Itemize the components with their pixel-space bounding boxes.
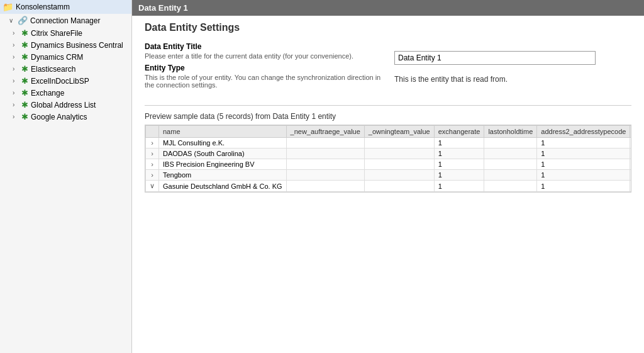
expand-icon-ga: › (13, 113, 19, 120)
table-cell (286, 148, 364, 159)
sidebar-item-google-analytics[interactable]: › ✱ Google Analytics (0, 111, 131, 123)
connector-icon-es: ✱ (21, 64, 28, 74)
connection-manager-label: Connection Manager (30, 16, 100, 25)
sidebar-item-citrix[interactable]: › ✱ Citrix ShareFile (0, 27, 131, 39)
entity-title-desc: Please enter a title for the current dat… (145, 52, 382, 60)
table-cell (286, 181, 364, 192)
table-cell (484, 159, 537, 170)
preview-table-wrap: name _new_auftraege_value _owningteam_va… (145, 125, 631, 193)
row-expand[interactable]: › (146, 138, 159, 148)
table-cell: 1 (434, 148, 484, 159)
preview-table: name _new_auftraege_value _owningteam_va… (145, 125, 631, 192)
connector-icon-gal: ✱ (21, 100, 28, 109)
col-expand (146, 126, 159, 138)
connection-manager-icon: 🔗 (18, 16, 28, 25)
table-cell: 1 (434, 159, 484, 170)
table-cell: 1 (434, 170, 484, 181)
expand-icon-exchange: › (13, 89, 19, 96)
expand-icon-citrix: › (13, 30, 19, 36)
table-cell: Tengbom (159, 170, 287, 181)
section-title: Data Entity Settings (145, 22, 631, 33)
settings-left: Data Entity Title Please enter a title f… (145, 42, 382, 92)
table-row: ›MJL Consulting e.K.11 (146, 138, 632, 148)
table-body: ›MJL Consulting e.K.11›DAODAS (South Car… (146, 138, 632, 192)
sidebar-item-label-exchange: Exchange (31, 89, 64, 98)
connector-icon-ga: ✱ (21, 112, 28, 121)
table-cell: 1 (537, 159, 630, 170)
row-expand[interactable]: › (146, 159, 159, 170)
entity-type-desc: This is the role of your entity. You can… (145, 74, 382, 89)
connector-icon-excel: ✱ (21, 76, 28, 86)
sidebar-item-label-excel: ExcelInDocLibSP (31, 77, 89, 86)
table-cell (630, 159, 631, 170)
col-owningteam: _owningteam_value (364, 126, 434, 138)
sidebar: 📁 Konsolenstamm ∨ 🔗 Connection Manager ›… (0, 0, 132, 353)
table-header-row: name _new_auftraege_value _owningteam_va… (146, 126, 632, 138)
sidebar-item-dynamics-crm[interactable]: › ✱ Dynamics CRM (0, 51, 131, 63)
entity-type-block: Entity Type This is the role of your ent… (145, 64, 382, 89)
connector-icon-dbc: ✱ (21, 40, 28, 50)
sidebar-item-label-gal: Global Address List (31, 101, 96, 109)
content-area: Data Entity Settings Data Entity Title P… (132, 16, 644, 353)
expand-icon-gal: › (13, 101, 19, 108)
expand-icon-dbc: › (13, 42, 19, 48)
table-cell (630, 170, 631, 181)
table-cell (484, 148, 537, 159)
sidebar-item-dynamics-bc[interactable]: › ✱ Dynamics Business Central (0, 39, 131, 51)
main-area: Data Entity 1 Data Entity Settings Data … (132, 0, 644, 353)
table-cell (286, 138, 364, 148)
col-aging60: aging60 (630, 126, 631, 138)
table-cell: Gasunie Deutschland GmbH & Co. KG (159, 181, 287, 192)
sidebar-item-label-es: Elasticsearch (31, 65, 75, 74)
table-cell: 1 (537, 138, 630, 148)
col-exchangerate: exchangerate (434, 126, 484, 138)
title-bar: Data Entity 1 (132, 0, 644, 16)
entity-title-label: Data Entity Title (145, 42, 382, 51)
table-row: ›DAODAS (South Carolina)11 (146, 148, 632, 159)
row-expand[interactable]: › (146, 170, 159, 181)
col-auftraege: _new_auftraege_value (286, 126, 364, 138)
settings-right: This is the entity that is read from. (394, 42, 631, 92)
table-cell (630, 148, 631, 159)
col-lastonholdtime: lastonholdtime (484, 126, 537, 138)
expand-icon-excel: › (13, 77, 19, 84)
sidebar-root-label: Konsolenstamm (16, 3, 70, 11)
expand-icon-es: › (13, 65, 19, 72)
table-cell: IBS Precision Engineering BV (159, 159, 287, 170)
connector-icon-citrix: ✱ (21, 28, 28, 38)
sidebar-item-label-ga: Google Analytics (31, 113, 87, 121)
chevron-down-icon: ∨ (9, 17, 15, 24)
sidebar-root[interactable]: 📁 Konsolenstamm (0, 0, 131, 14)
sidebar-item-excel[interactable]: › ✱ ExcelInDocLibSP (0, 75, 131, 87)
table-row: ›IBS Precision Engineering BV11 (146, 159, 632, 170)
table-cell (364, 138, 434, 148)
preview-header: Preview sample data (5 records) from Dat… (145, 112, 631, 121)
entity-title-input[interactable] (394, 51, 596, 65)
expand-icon-dcrm: › (13, 53, 19, 60)
table-cell: 1 (537, 148, 630, 159)
entity-type-value: This is the entity that is read from. (394, 75, 508, 84)
table-cell (364, 181, 434, 192)
sidebar-item-global-address[interactable]: › ✱ Global Address List (0, 99, 131, 111)
table-cell (286, 170, 364, 181)
table-cell (630, 181, 631, 192)
sidebar-item-elasticsearch[interactable]: › ✱ Elasticsearch (0, 63, 131, 75)
sidebar-item-exchange[interactable]: › ✱ Exchange (0, 87, 131, 99)
table-row: ∨Gasunie Deutschland GmbH & Co. KG11 (146, 181, 632, 192)
col-name: name (159, 126, 287, 138)
table-cell (484, 170, 537, 181)
table-cell: 1 (434, 138, 484, 148)
connector-icon-exchange: ✱ (21, 88, 28, 98)
sidebar-item-label-dcrm: Dynamics CRM (31, 53, 83, 62)
row-expand[interactable]: › (146, 148, 159, 159)
row-expand[interactable]: ∨ (146, 181, 159, 192)
table-cell (364, 170, 434, 181)
table-cell (364, 148, 434, 159)
table-cell: MJL Consulting e.K. (159, 138, 287, 148)
settings-grid: Data Entity Title Please enter a title f… (145, 42, 631, 92)
folder-icon: 📁 (3, 2, 13, 12)
sidebar-item-connection-manager[interactable]: ∨ 🔗 Connection Manager (0, 14, 131, 27)
sidebar-item-label-dbc: Dynamics Business Central (31, 41, 123, 50)
col-addresstypecode: address2_addresstypecode (537, 126, 630, 138)
title-bar-label: Data Entity 1 (138, 3, 188, 13)
